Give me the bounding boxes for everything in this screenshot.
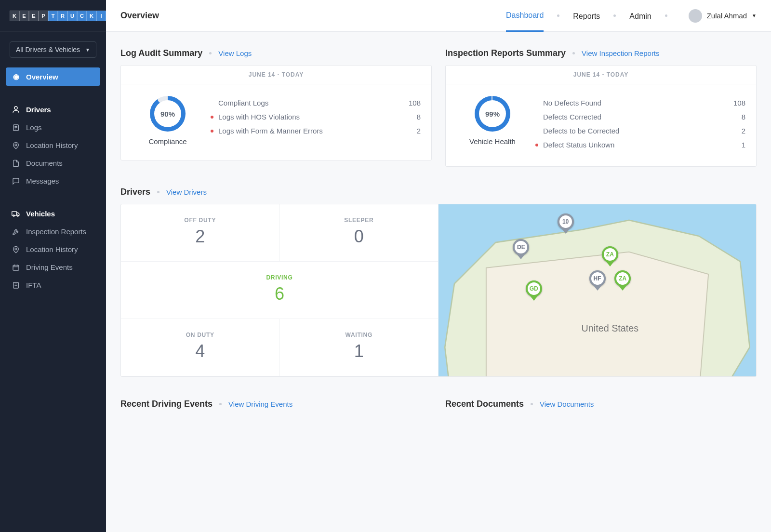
separator-dot bbox=[209, 52, 212, 54]
map-pin[interactable]: DE bbox=[513, 239, 529, 259]
pin-tail-icon bbox=[594, 286, 601, 291]
location-icon bbox=[12, 246, 20, 253]
drv-waiting[interactable]: WAITING 1 bbox=[280, 319, 439, 376]
log-audit-title: Log Audit Summary bbox=[120, 48, 202, 58]
avatar bbox=[689, 9, 702, 23]
stat-value: 8 bbox=[417, 113, 421, 121]
inspection-title: Inspection Reports Summary bbox=[445, 48, 566, 58]
recent-docs-title: Recent Documents bbox=[445, 399, 524, 409]
map-pin[interactable]: ZA bbox=[602, 246, 618, 266]
sidebar-item-label: Location History bbox=[26, 141, 78, 149]
tab-admin[interactable]: Admin bbox=[629, 12, 651, 31]
logo-letter: C bbox=[77, 11, 87, 21]
separator-dot bbox=[665, 14, 667, 17]
pin-label: DE bbox=[513, 239, 529, 255]
stat-value: 108 bbox=[409, 99, 421, 107]
inspection-card: JUNE 14 - TODAY 99% Vehicle Health No De… bbox=[445, 65, 757, 167]
map-pin[interactable]: ZA bbox=[614, 270, 631, 291]
stat-label: Defects to be Corrected bbox=[543, 127, 619, 135]
user-icon bbox=[12, 105, 20, 114]
stat-row[interactable]: Defect Status Unkown1 bbox=[535, 138, 745, 152]
drv-on-duty[interactable]: ON DUTY 4 bbox=[121, 319, 280, 376]
drv-off-duty[interactable]: OFF DUTY 2 bbox=[121, 204, 280, 262]
separator-dot bbox=[157, 191, 160, 193]
sidebar-item-label: Inspection Reports bbox=[26, 227, 86, 236]
truck-icon bbox=[12, 209, 20, 218]
view-logs-link[interactable]: View Logs bbox=[218, 49, 252, 57]
map-pin[interactable]: HF bbox=[589, 270, 606, 291]
wrench-icon bbox=[12, 228, 20, 236]
vehicle-health-label: Vehicle Health bbox=[469, 137, 516, 146]
map-background: United States Mexico Gulf of Mexico Cuba… bbox=[439, 204, 756, 377]
sidebar-item-location-history-2[interactable]: Location History bbox=[6, 240, 100, 258]
view-drivers-link[interactable]: View Drivers bbox=[166, 188, 207, 196]
stat-value: 2 bbox=[417, 127, 421, 135]
status-value: 1 bbox=[280, 341, 439, 361]
svg-point-0 bbox=[14, 106, 17, 109]
pin-label: ZA bbox=[602, 246, 618, 263]
stat-row[interactable]: Logs with HOS Violations8 bbox=[211, 110, 421, 124]
location-icon bbox=[12, 142, 20, 149]
sidebar-item-logs[interactable]: Logs bbox=[6, 119, 100, 136]
pin-label: HF bbox=[589, 270, 606, 287]
view-inspection-link[interactable]: View Inspection Reports bbox=[582, 49, 659, 57]
alert-dot-icon bbox=[211, 130, 213, 133]
pin-label: 10 bbox=[558, 213, 574, 230]
tab-reports[interactable]: Reports bbox=[573, 12, 600, 31]
sidebar-item-drivers[interactable]: Drivers bbox=[6, 100, 100, 119]
pin-tail-icon bbox=[619, 286, 626, 291]
stat-row[interactable]: No Defects Found108 bbox=[535, 96, 745, 110]
drivers-section-title: Drivers bbox=[120, 187, 150, 197]
stat-row[interactable]: Defects Corrected8 bbox=[535, 110, 745, 124]
status-value: 6 bbox=[121, 284, 438, 304]
alert-dot-icon bbox=[211, 116, 213, 119]
topbar: Overview Dashboard Reports Admin Zulal A… bbox=[106, 0, 771, 32]
map-pin[interactable]: GD bbox=[526, 280, 542, 301]
sidebar-item-label: Logs bbox=[26, 123, 42, 132]
status-label: WAITING bbox=[280, 332, 439, 338]
pin-tail-icon bbox=[517, 254, 525, 259]
status-value: 2 bbox=[121, 226, 279, 247]
sidebar-item-overview[interactable]: ◉ Overview bbox=[6, 67, 100, 86]
user-menu[interactable]: Zulal Ahmad ▼ bbox=[689, 9, 757, 23]
map-pin[interactable]: 10 bbox=[558, 213, 574, 234]
stat-label: Defect Status Unkown bbox=[543, 141, 614, 149]
page-title: Overview bbox=[120, 11, 159, 21]
svg-point-6 bbox=[15, 248, 17, 250]
sidebar-item-messages[interactable]: Messages bbox=[6, 172, 100, 190]
sidebar-item-ifta[interactable]: IFTA bbox=[6, 276, 100, 294]
sidebar-item-label: Messages bbox=[26, 177, 59, 185]
stat-row[interactable]: Defects to be Corrected2 bbox=[535, 124, 745, 138]
sidebar-item-location-history[interactable]: Location History bbox=[6, 136, 100, 154]
stat-value: 2 bbox=[742, 127, 745, 135]
stat-row[interactable]: Compliant Logs108 bbox=[211, 96, 421, 110]
logo-letter: K bbox=[87, 11, 96, 21]
sidebar-item-label: Overview bbox=[26, 73, 58, 81]
drv-driving[interactable]: DRIVING 6 bbox=[121, 262, 439, 319]
view-documents-link[interactable]: View Documents bbox=[540, 400, 594, 408]
drivers-card: OFF DUTY 2 SLEEPER 0 DRIVING 6 bbox=[120, 204, 757, 377]
logo[interactable]: KEEPTRUCKIN bbox=[0, 0, 106, 32]
stat-row[interactable]: Logs with Form & Manner Errors2 bbox=[211, 124, 421, 138]
drivers-map[interactable]: United States Mexico Gulf of Mexico Cuba… bbox=[439, 204, 756, 376]
sidebar-item-vehicles[interactable]: Vehicles bbox=[6, 204, 100, 223]
sidebar-item-driving-events[interactable]: Driving Events bbox=[6, 258, 100, 276]
view-driving-events-link[interactable]: View Driving Events bbox=[228, 400, 292, 408]
sidebar-item-label: IFTA bbox=[26, 281, 41, 289]
compliance-value: 90% bbox=[150, 96, 186, 132]
drv-sleeper[interactable]: SLEEPER 0 bbox=[280, 204, 439, 262]
sidebar: KEEPTRUCKIN All Drivers & Vehicles ▼ ◉ O… bbox=[0, 0, 106, 532]
chat-icon bbox=[12, 177, 20, 185]
stat-label: Compliant Logs bbox=[218, 99, 268, 107]
pin-tail-icon bbox=[530, 296, 538, 301]
card-date-range: JUNE 14 - TODAY bbox=[121, 66, 431, 84]
separator-dot bbox=[572, 52, 575, 54]
fleet-filter-dropdown[interactable]: All Drivers & Vehicles ▼ bbox=[10, 41, 96, 58]
pin-tail-icon bbox=[606, 262, 614, 266]
tab-dashboard[interactable]: Dashboard bbox=[506, 11, 544, 32]
sidebar-item-label: Documents bbox=[26, 159, 63, 167]
logo-letter: E bbox=[19, 11, 29, 21]
sidebar-item-inspection-reports[interactable]: Inspection Reports bbox=[6, 223, 100, 240]
sidebar-item-documents[interactable]: Documents bbox=[6, 154, 100, 172]
status-label: OFF DUTY bbox=[121, 217, 279, 224]
